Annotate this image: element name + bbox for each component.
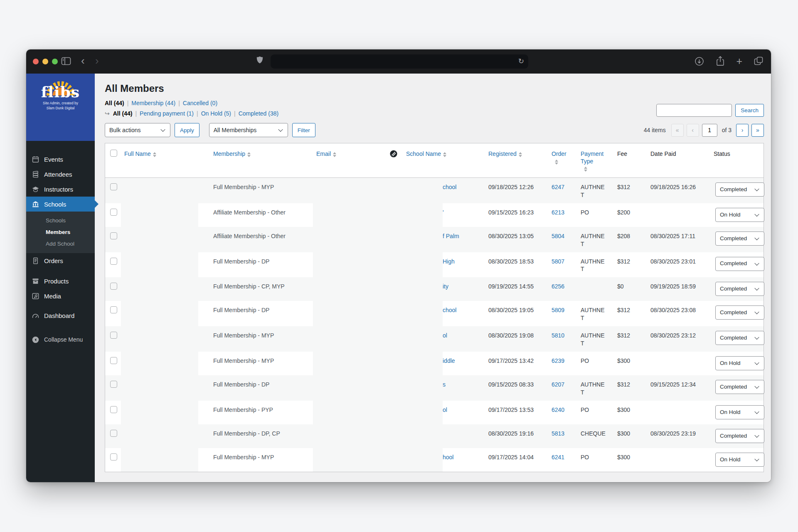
current-page-input[interactable] <box>702 124 717 137</box>
chevron-down-icon <box>754 433 759 437</box>
row-checkbox[interactable] <box>110 258 117 265</box>
registered-cell: 09/17/2025 13:42 <box>485 352 548 375</box>
column-header-email[interactable]: Email <box>313 143 386 177</box>
order-link[interactable]: 5807 <box>552 258 564 265</box>
full-name-cell <box>121 326 198 352</box>
column-header-school-name[interactable]: School Name <box>403 143 485 177</box>
next-page-button[interactable]: › <box>736 124 749 137</box>
full-name-cell <box>121 424 198 448</box>
filter-button[interactable]: Filter <box>292 123 315 137</box>
membership-filter-select[interactable]: All Memberships <box>209 123 288 137</box>
filter-link[interactable]: Pending payment (1) <box>140 110 194 117</box>
bulk-actions-select[interactable]: Bulk actions <box>105 123 170 137</box>
school-link[interactable]: ' <box>443 209 444 216</box>
filter-link[interactable]: Completed (38) <box>239 110 279 117</box>
row-checkbox[interactable] <box>110 283 117 290</box>
submenu-item-schools[interactable]: Schools <box>26 215 95 227</box>
school-link[interactable]: s <box>443 381 446 388</box>
status-select[interactable]: On Hold <box>715 356 764 370</box>
zoom-window-button[interactable] <box>52 59 58 64</box>
status-select[interactable]: Completed <box>715 182 764 197</box>
downloads-icon[interactable] <box>694 56 704 66</box>
order-link[interactable]: 5809 <box>552 307 564 313</box>
school-link[interactable]: f Palm <box>443 233 459 239</box>
order-link[interactable]: 5810 <box>552 332 564 339</box>
order-link[interactable]: 6213 <box>552 209 564 216</box>
minimize-window-button[interactable] <box>42 59 48 64</box>
search-button[interactable]: Search <box>735 104 764 117</box>
filter-link[interactable]: Membership (44) <box>131 100 175 106</box>
submenu-item-add-school[interactable]: Add School <box>26 238 95 250</box>
status-select[interactable]: Completed <box>715 282 764 296</box>
order-link[interactable]: 6241 <box>552 454 564 461</box>
sidebar-item-products[interactable]: Products <box>26 273 95 288</box>
sidebar-item-dashboard[interactable]: Dashboard <box>26 308 95 323</box>
column-header-membership[interactable]: Membership <box>198 143 313 177</box>
row-checkbox[interactable] <box>110 406 117 413</box>
row-checkbox[interactable] <box>110 306 117 313</box>
column-header-full-name[interactable]: Full Name <box>121 143 198 177</box>
row-checkbox[interactable] <box>110 381 117 388</box>
column-header-payment-type[interactable]: Payment Type <box>577 143 614 177</box>
row-checkbox[interactable] <box>110 332 117 339</box>
order-link[interactable]: 6207 <box>552 381 564 388</box>
school-link[interactable]: chool <box>443 184 456 190</box>
new-tab-icon[interactable]: + <box>736 55 742 67</box>
sidebar-item-events[interactable]: Events <box>26 152 95 167</box>
submenu-item-members[interactable]: Members <box>26 227 95 238</box>
privacy-shield-icon[interactable] <box>256 56 264 65</box>
order-link[interactable]: 6240 <box>552 406 564 413</box>
status-select[interactable]: Completed <box>715 429 764 443</box>
school-link[interactable]: ol <box>443 406 447 413</box>
order-link[interactable]: 5813 <box>552 430 564 437</box>
order-link[interactable]: 6247 <box>552 184 564 190</box>
apply-button[interactable]: Apply <box>175 123 200 137</box>
close-window-button[interactable] <box>33 59 39 64</box>
status-select[interactable]: On Hold <box>715 453 764 467</box>
status-select[interactable]: Completed <box>715 380 764 394</box>
last-page-button[interactable]: » <box>751 124 764 137</box>
url-bar[interactable]: ↻ <box>271 54 528 69</box>
status-select[interactable]: Completed <box>715 305 764 320</box>
sidebar-item-schools[interactable]: Schools <box>26 197 95 212</box>
school-link[interactable]: ity <box>443 283 448 290</box>
row-checkbox[interactable] <box>110 183 117 190</box>
row-checkbox[interactable] <box>110 209 117 216</box>
order-link[interactable]: 6256 <box>552 283 564 290</box>
school-link[interactable]: hool <box>443 454 453 461</box>
column-header-registered[interactable]: Registered <box>485 143 548 177</box>
forward-button[interactable]: › <box>95 55 99 66</box>
status-select[interactable]: Completed <box>715 257 764 271</box>
filter-link[interactable]: All (44) <box>113 110 133 117</box>
back-button[interactable]: ‹ <box>81 55 85 66</box>
search-input[interactable] <box>656 104 732 117</box>
row-checkbox[interactable] <box>110 357 117 364</box>
school-link[interactable]: iddle <box>443 357 455 364</box>
column-header-order[interactable]: Order <box>548 143 577 177</box>
filter-link[interactable]: Cancelled (0) <box>183 100 217 106</box>
sidebar-item-media[interactable]: Media <box>26 288 95 303</box>
sidebar-item-instructors[interactable]: Instructors <box>26 182 95 197</box>
order-link[interactable]: 5804 <box>552 233 564 239</box>
row-checkbox[interactable] <box>110 232 117 239</box>
school-link[interactable]: chool <box>443 307 456 313</box>
select-all-checkbox[interactable] <box>110 150 117 157</box>
status-select[interactable]: Completed <box>715 232 764 246</box>
status-select[interactable]: On Hold <box>715 208 764 222</box>
tab-overview-icon[interactable] <box>754 56 764 66</box>
status-select[interactable]: Completed <box>715 331 764 345</box>
filter-link[interactable]: All (44) <box>105 100 124 106</box>
sidebar-toggle-icon[interactable] <box>61 57 71 66</box>
school-link[interactable]: High <box>443 258 455 265</box>
row-checkbox[interactable] <box>110 430 117 437</box>
filter-link[interactable]: On Hold (5) <box>201 110 231 117</box>
share-icon[interactable] <box>716 56 725 66</box>
row-checkbox[interactable] <box>110 453 117 461</box>
refresh-icon[interactable]: ↻ <box>518 57 524 66</box>
status-select[interactable]: On Hold <box>715 405 764 419</box>
school-link[interactable]: ol <box>443 332 447 339</box>
sidebar-item-attendees[interactable]: Attendees <box>26 167 95 182</box>
collapse-menu-button[interactable]: Collapse Menu <box>26 332 95 347</box>
sidebar-item-orders[interactable]: Orders <box>26 253 95 268</box>
order-link[interactable]: 6239 <box>552 357 564 364</box>
